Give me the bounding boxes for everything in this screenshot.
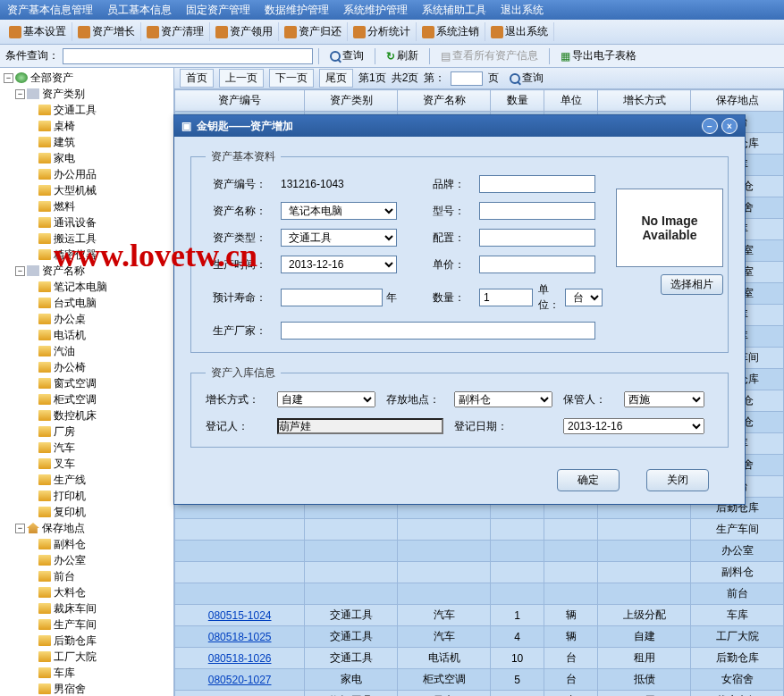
tree-location-node[interactable]: −保存地点 [0, 520, 173, 536]
tree-item[interactable]: 工厂大院 [0, 649, 173, 665]
toolbar-wrench-button[interactable]: 基本设置 [4, 22, 72, 41]
tree-item[interactable]: 家电 [0, 150, 173, 166]
toolbar-doc-button[interactable]: 资产领用 [210, 22, 279, 41]
toolbar-refresh-button[interactable]: 系统注销 [417, 22, 485, 41]
tree-item[interactable]: 男宿舍 [0, 681, 173, 696]
goto-button[interactable]: 查询 [504, 70, 549, 87]
tree-item[interactable]: 汽车 [0, 440, 173, 456]
tree-item[interactable]: 汽油 [0, 343, 173, 359]
prev-page-button[interactable]: 上一页 [219, 69, 264, 88]
asset-name-select[interactable]: 笔记本电脑 [281, 202, 397, 220]
column-header[interactable]: 资产类别 [305, 90, 398, 112]
menu-item[interactable]: 系统维护管理 [343, 3, 408, 18]
select-image-button[interactable]: 选择相片 [661, 274, 723, 295]
column-header[interactable]: 数量 [491, 90, 544, 112]
dialog-titlebar[interactable]: ▣ 金钥匙——资产增加 − × [174, 115, 745, 137]
tree-item[interactable]: 电话机 [0, 327, 173, 343]
tree-item[interactable]: 办公用品 [0, 166, 173, 182]
table-row[interactable]: 副料仓 [175, 562, 784, 583]
last-page-button[interactable]: 尾页 [319, 69, 353, 88]
grow-select[interactable]: 自建 [277, 391, 375, 407]
tree-item[interactable]: 办公椅 [0, 359, 173, 375]
tree-item[interactable]: 桌椅 [0, 118, 173, 134]
tree-item[interactable]: 精密仪器 [0, 247, 173, 263]
tree-item[interactable]: 搬运工具 [0, 231, 173, 247]
table-row[interactable]: 080518-1025 交通工具汽车4辆自建工厂大院 [175, 626, 784, 648]
export-button[interactable]: ▦导出电子表格 [555, 47, 642, 64]
tree-item[interactable]: 通讯设备 [0, 214, 173, 231]
toolbar-exit-button[interactable]: 退出系统 [485, 22, 554, 41]
table-row[interactable]: 080520-1027 家电柜式空调5台抵债女宿舍 [175, 669, 784, 691]
tree-toggle[interactable]: − [15, 89, 25, 99]
tree-toggle[interactable]: − [15, 266, 25, 276]
tree-item[interactable]: 办公桌 [0, 311, 173, 327]
table-row[interactable]: 生产车间 [175, 519, 784, 541]
tree-item[interactable]: 柜式空调 [0, 391, 173, 407]
tree-item[interactable]: 大型机械 [0, 182, 173, 198]
tree-name-node[interactable]: −资产名称 [0, 263, 173, 279]
tree-item[interactable]: 办公室 [0, 552, 173, 568]
tree-item[interactable]: 车库 [0, 665, 173, 681]
reg-date-select[interactable]: 2013-12-16 [563, 418, 704, 434]
column-header[interactable]: 资产编号 [175, 90, 305, 112]
goto-input[interactable] [451, 71, 483, 86]
prod-time-select[interactable]: 2013-12-16 [281, 256, 397, 273]
tree-item[interactable]: 复印机 [0, 504, 173, 520]
tree-item[interactable]: 交通工具 [0, 102, 173, 118]
menu-item[interactable]: 系统辅助工具 [422, 3, 486, 18]
refresh-button[interactable]: ↻刷新 [381, 47, 424, 64]
store-select[interactable]: 副料仓 [454, 391, 552, 407]
column-header[interactable]: 增长方式 [598, 90, 691, 112]
keeper-select[interactable]: 西施 [624, 391, 704, 407]
tree-root[interactable]: −全部资产 [0, 70, 173, 86]
tree-item[interactable]: 裁床车间 [0, 600, 173, 616]
query-input[interactable] [63, 48, 313, 64]
reg-by-input[interactable] [277, 418, 443, 434]
menu-item[interactable]: 数据维护管理 [265, 3, 329, 18]
tree-item[interactable]: 叉车 [0, 456, 173, 472]
menu-item[interactable]: 固定资产管理 [186, 3, 250, 18]
asset-type-select[interactable]: 交通工具 [281, 229, 397, 247]
close-button[interactable]: × [721, 118, 738, 134]
view-all-button[interactable]: ▤查看所有资产信息 [435, 47, 544, 64]
asset-tree[interactable]: −全部资产−资产类别交通工具桌椅建筑家电办公用品大型机械燃料通讯设备搬运工具精密… [0, 68, 174, 696]
asset-id-link[interactable]: 080520-1027 [175, 669, 305, 691]
column-header[interactable]: 保存地点 [691, 90, 784, 112]
tree-item[interactable]: 后勤仓库 [0, 633, 173, 649]
menu-item[interactable]: 资产基本信息管理 [7, 3, 93, 18]
tree-category-node[interactable]: −资产类别 [0, 86, 173, 102]
tree-item[interactable]: 窗式空调 [0, 375, 173, 391]
tree-item[interactable]: 生产车间 [0, 616, 173, 633]
asset-id-link[interactable]: 080518-1025 [175, 626, 305, 648]
tree-item[interactable]: 厂房 [0, 423, 173, 440]
table-row[interactable]: 080518-1026 交通工具电话机10台租用后勤仓库 [175, 648, 784, 669]
tree-item[interactable]: 打印机 [0, 488, 173, 504]
table-row[interactable]: 办公室 [175, 541, 784, 562]
qty-input[interactable] [479, 289, 533, 306]
table-row[interactable]: 080515-1024 交通工具汽车1辆上级分配车库 [175, 605, 784, 626]
search-button[interactable]: 查询 [325, 47, 369, 64]
model-input[interactable] [479, 202, 595, 220]
tree-item[interactable]: 副料仓 [0, 536, 173, 552]
tree-item[interactable]: 建筑 [0, 134, 173, 150]
tree-toggle[interactable]: − [15, 524, 25, 533]
column-header[interactable]: 资产名称 [398, 90, 491, 112]
column-header[interactable]: 单位 [544, 90, 598, 112]
tree-item[interactable]: 生产线 [0, 472, 173, 488]
asset-id-link[interactable]: 080515-1024 [175, 605, 305, 626]
life-input[interactable] [281, 289, 383, 306]
asset-id-link[interactable]: 080518-1026 [175, 648, 305, 669]
minimize-button[interactable]: − [702, 118, 718, 134]
tree-item[interactable]: 燃料 [0, 198, 173, 214]
toolbar-minus-button[interactable]: 资产清理 [141, 22, 210, 41]
menu-item[interactable]: 退出系统 [501, 3, 544, 18]
tree-item[interactable]: 前台 [0, 568, 173, 584]
tree-item[interactable]: 大料仓 [0, 584, 173, 600]
toolbar-chart-button[interactable]: 分析统计 [348, 22, 417, 41]
brand-input[interactable] [479, 175, 595, 193]
config-input[interactable] [479, 229, 595, 247]
tree-item[interactable]: 台式电脑 [0, 295, 173, 311]
toolbar-grow-button[interactable]: 资产增长 [72, 22, 141, 41]
ok-button[interactable]: 确定 [557, 469, 620, 491]
tree-item[interactable]: 数控机床 [0, 407, 173, 423]
